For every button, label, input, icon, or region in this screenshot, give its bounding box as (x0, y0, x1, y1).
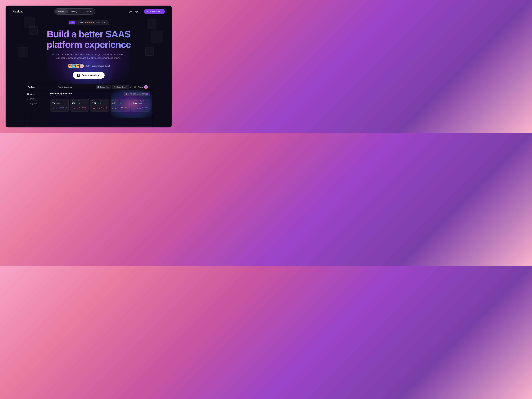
screen: Pixelcat Features Pricing Contact us Log… (6, 6, 172, 127)
sidebar-item-insights[interactable]: ◈ Insights Box (25, 102, 47, 106)
stats-grid: Unique Store Visitors 70k ▲ 2.2% 90 30 (50, 99, 150, 112)
dashboard-footer: Unique Store Visitors 1D 1W 1M 1Y (25, 126, 152, 127)
sidebar-item-performance[interactable]: ◎ Business Performance (25, 96, 47, 102)
welcome-title: Welcome, 👋 Pixelcot! (50, 92, 72, 95)
customers-text: 250K+ customers are using! (86, 65, 110, 67)
date-number-icon: 31 (146, 93, 148, 95)
stat-change-customers: ▲ 2.2% (117, 103, 121, 104)
dropdown-icon: ∨ (149, 86, 150, 88)
welcome-section: Welcome, 👋 Pixelcot! Here's your busines… (50, 92, 150, 97)
user-menu[interactable]: Pixelcot 👤 ∨ (138, 85, 150, 89)
stat-card-active: Active Users Right Now 6.6k ▲ 2.2% 90 30 (131, 99, 150, 112)
svg-text:30: 30 (85, 109, 86, 110)
performance-icon: ◎ (27, 98, 29, 100)
stat-change-active: ▲ 2.2% (138, 103, 142, 104)
stat-card-visitors: Unique Store Visitors 70k ▲ 2.2% 90 30 (50, 99, 69, 112)
hero-cta-button[interactable]: Book a free demo (73, 72, 105, 79)
svg-text:30: 30 (126, 109, 127, 110)
stat-chart-session: 90 30 (72, 106, 87, 110)
stat-chart-signups: 90 30 (92, 106, 107, 110)
dashboard-preview: Pixelcot Activity Dashboard 📄 Share a Pa… (25, 84, 152, 127)
hero-subtitle: Enhance your SaaS platform with intuitiv… (51, 53, 126, 60)
reviews-badge[interactable]: 3120 Reviews ★★★★★ 4.9 out of 5 › (68, 20, 109, 25)
svg-text:30: 30 (105, 109, 107, 110)
hero-section: 3120 Reviews ★★★★★ 4.9 out of 5 › Build … (6, 17, 172, 127)
stat-change-session: ▲ 2.2% (76, 103, 80, 104)
nav-item-features[interactable]: Features (55, 9, 68, 13)
svg-rect-0 (78, 75, 79, 76)
date-range-badge[interactable]: 📅 15 Feb 2023 - 16 Mar 2023 31 (124, 92, 150, 96)
svg-text:90: 90 (65, 106, 66, 107)
logo: Pixelcat (13, 10, 23, 13)
stat-chart-customers: 90 30 (112, 106, 128, 110)
stat-value-visitors: 70k ▲ 2.2% (51, 102, 67, 105)
chevron-down-icon: ∨ (126, 86, 127, 88)
chevron-right-icon: › (106, 21, 107, 24)
svg-text:30: 30 (146, 109, 147, 110)
avatar-group: 👩 👨 👦 👱 (68, 63, 84, 69)
customers-row: 👩 👨 👦 👱 250K+ customers are using! (68, 63, 110, 69)
dashboard-title: Activity Dashboard (58, 86, 72, 88)
dashboard-nav: Pixelcot Activity Dashboard 📄 Share a Pa… (25, 84, 152, 90)
svg-text:90: 90 (85, 106, 86, 107)
dashboard-logo: Pixelcot (28, 86, 34, 88)
stat-label-customers: New Customers (112, 100, 128, 101)
stat-value-session: 20k ▲ 2.2% (72, 102, 87, 105)
calendar-icon: 📅 (125, 93, 127, 95)
stat-change-visitors: ▲ 2.2% (56, 103, 60, 104)
reviews-count: 3120 (69, 21, 75, 24)
share-icon: 📄 (97, 86, 99, 88)
stat-label-signups: Successful Signups (92, 100, 107, 101)
nav-demo-button[interactable]: Book a free demo (144, 9, 165, 14)
avatar-4: 👱 (79, 63, 84, 69)
lightning-icon: ⚡ (114, 86, 115, 88)
nav-menu: Features Pricing Contact us (54, 8, 95, 14)
stat-label-session: Successful Session (72, 100, 87, 101)
svg-text:30: 30 (65, 109, 66, 110)
signup-link[interactable]: Sign up (134, 10, 141, 13)
welcome-subtitle: Here's your business activity. (50, 95, 72, 97)
stat-label-visitors: Unique Store Visitors (51, 100, 67, 101)
share-page-button[interactable]: 📄 Share a Page (96, 85, 111, 89)
dashboard-sidebar: 📈 Activity ◎ Business Performance ◈ Insi… (25, 90, 47, 126)
stat-value-customers: 4.5k ▲ 2.2% (112, 102, 128, 105)
activity-icon: 📈 (27, 93, 29, 95)
user-avatar: 👤 (144, 85, 148, 89)
cta-icon (77, 74, 80, 77)
login-link[interactable]: Login (127, 10, 132, 13)
choose-store-button[interactable]: ⚡ Choose Store ∨ (112, 85, 129, 89)
monitor-icon (78, 74, 80, 76)
nav-item-contact[interactable]: Contact us (80, 9, 94, 13)
stat-card-session: Successful Session 20k ▲ 2.2% 90 30 (70, 99, 89, 112)
svg-text:90: 90 (105, 106, 107, 107)
reviews-text: Reviews (77, 22, 83, 24)
insights-icon: ◈ (27, 103, 28, 105)
stat-chart-visitors: 90 30 (51, 106, 67, 110)
svg-text:90: 90 (126, 106, 127, 107)
dashboard-main: Welcome, 👋 Pixelcot! Here's your busines… (47, 90, 152, 126)
dashboard-nav-right: 📄 Share a Page ⚡ Choose Store ∨ ◐ 🔔 Pixe… (96, 85, 150, 89)
stat-chart-active: 90 30 (133, 106, 148, 110)
navbar: Pixelcat Features Pricing Contact us Log… (6, 6, 172, 17)
nav-right: Login Sign up Book a free demo (127, 9, 165, 14)
dashboard-body: 📈 Activity ◎ Business Performance ◈ Insi… (25, 90, 152, 126)
bell-icon[interactable]: 🔔 (134, 86, 137, 88)
stat-change-signups: ▲ 2.2% (97, 103, 101, 104)
stat-label-active: Active Users Right Now (133, 100, 148, 101)
reviews-score: 4.9 out of 5 (96, 22, 105, 24)
sidebar-item-activity[interactable]: 📈 Activity (25, 92, 47, 96)
stat-card-signups: Successful Signups 3.3k ▲ 2.2% 90 30 (90, 99, 109, 112)
svg-text:90: 90 (146, 106, 147, 107)
stat-card-customers: New Customers 4.5k ▲ 2.2% 90 30 (111, 99, 129, 112)
theme-toggle-icon[interactable]: ◐ (130, 85, 133, 89)
stars-icon: ★★★★★ (85, 21, 95, 24)
hero-heading: Build a better SAAS platform experience (47, 29, 131, 50)
stat-value-signups: 3.3k ▲ 2.2% (92, 102, 107, 105)
nav-item-pricing[interactable]: Pricing (69, 9, 79, 13)
stat-value-active: 6.6k ▲ 2.2% (133, 102, 148, 105)
